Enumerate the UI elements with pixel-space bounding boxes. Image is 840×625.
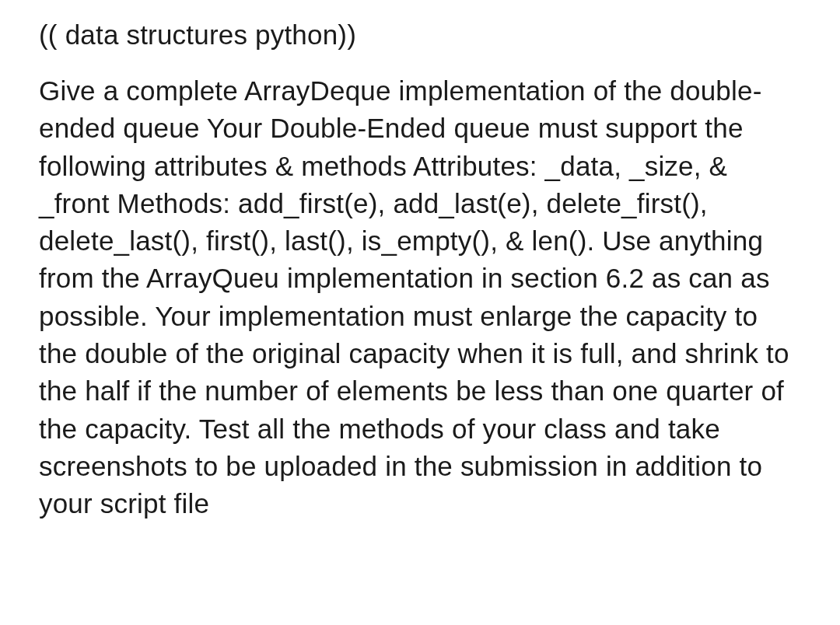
document-body-text: Give a complete ArrayDeque implementatio… [39, 72, 801, 523]
document-heading: (( data structures python)) [39, 16, 801, 54]
